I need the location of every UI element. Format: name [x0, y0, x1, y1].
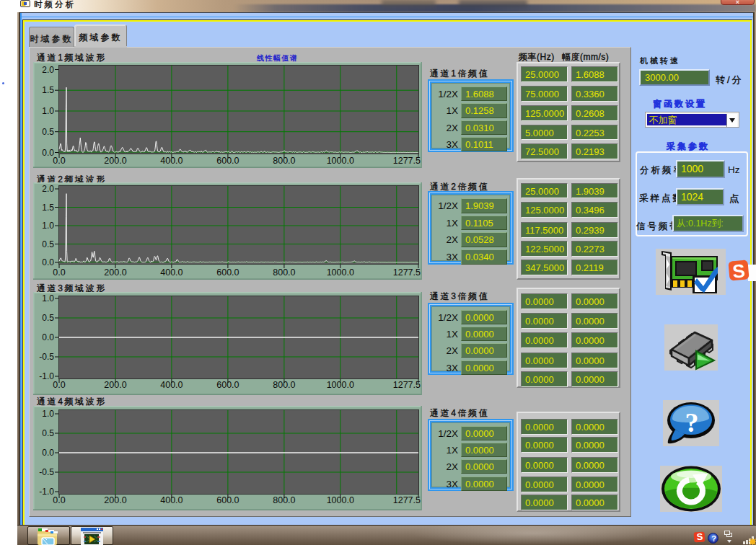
svg-text:0.0: 0.0	[53, 380, 65, 390]
svg-text:-0.5: -0.5	[39, 352, 54, 362]
svg-text:400.0: 400.0	[160, 156, 183, 166]
svg-text:S: S	[731, 260, 746, 282]
svg-text:200.0: 200.0	[104, 380, 126, 390]
svg-text:1000.0: 1000.0	[327, 267, 354, 278]
svg-text:1.0: 1.0	[42, 221, 54, 231]
svg-text:200.0: 200.0	[104, 495, 126, 505]
svg-text:400.0: 400.0	[160, 495, 183, 505]
svg-text:600.0: 600.0	[216, 495, 239, 505]
svg-text:0.0: 0.0	[42, 257, 54, 267]
svg-text:?: ?	[685, 407, 699, 438]
svg-text:0.5: 0.5	[42, 313, 54, 323]
svg-text:600.0: 600.0	[216, 267, 239, 278]
svg-text:0.0: 0.0	[42, 332, 54, 342]
svg-text:1000.0: 1000.0	[327, 495, 354, 505]
svg-text:0.0: 0.0	[42, 448, 54, 458]
svg-text:-1.0: -1.0	[39, 371, 54, 381]
svg-text:1.0: 1.0	[42, 409, 54, 419]
svg-text:200.0: 200.0	[104, 156, 126, 166]
svg-text:-0.5: -0.5	[39, 467, 54, 477]
svg-text:1277.5: 1277.5	[393, 495, 421, 505]
svg-text:800.0: 800.0	[273, 495, 295, 505]
svg-text:1.0: 1.0	[42, 106, 54, 116]
svg-text:800.0: 800.0	[273, 156, 295, 166]
svg-text:600.0: 600.0	[216, 156, 239, 166]
svg-text:0.5: 0.5	[42, 127, 54, 137]
svg-text:1000.0: 1000.0	[327, 156, 354, 166]
svg-text:0.0: 0.0	[53, 156, 65, 166]
svg-text:1277.5: 1277.5	[393, 156, 421, 166]
svg-text:600.0: 600.0	[216, 380, 239, 390]
svg-text:1277.5: 1277.5	[393, 380, 421, 390]
svg-text:-1.0: -1.0	[39, 487, 54, 497]
svg-text:400.0: 400.0	[160, 380, 183, 390]
svg-text:800.0: 800.0	[273, 267, 295, 278]
svg-text:0.5: 0.5	[42, 428, 54, 438]
svg-text:200.0: 200.0	[104, 267, 126, 278]
svg-text:1.0: 1.0	[42, 293, 54, 303]
svg-text:1000.0: 1000.0	[327, 380, 354, 390]
svg-text:800.0: 800.0	[273, 380, 295, 390]
svg-text:400.0: 400.0	[160, 267, 183, 278]
svg-text:0.5: 0.5	[42, 239, 54, 249]
svg-text:1.5: 1.5	[42, 203, 54, 213]
svg-text:2.0: 2.0	[42, 65, 54, 75]
svg-text:2.0: 2.0	[42, 184, 54, 194]
svg-text:0.0: 0.0	[53, 495, 65, 505]
svg-text:0.0: 0.0	[53, 267, 65, 278]
svg-text:1.5: 1.5	[42, 85, 54, 95]
svg-text:1277.5: 1277.5	[393, 267, 421, 278]
